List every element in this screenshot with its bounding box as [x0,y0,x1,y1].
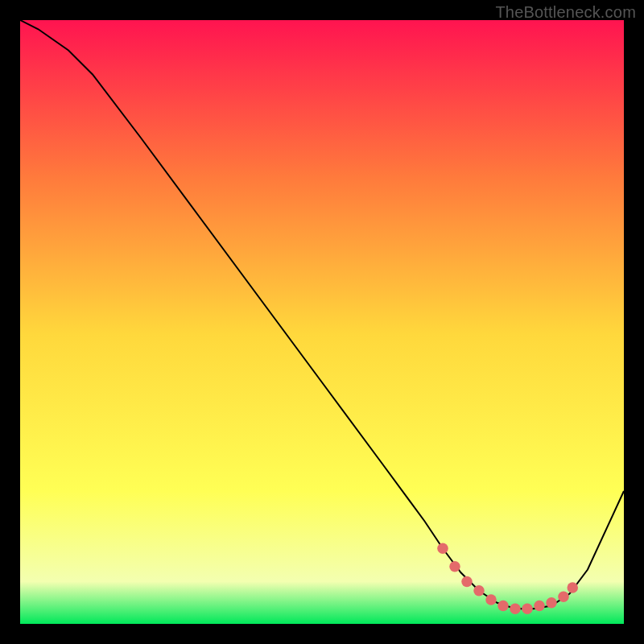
chart-stage: TheBottleneck.com [0,0,644,644]
marker-dot [558,592,569,603]
marker-dot [522,604,533,615]
gradient-background [20,20,624,624]
marker-dot [437,543,448,555]
marker-dot [497,601,509,612]
watermark-text: TheBottleneck.com [495,3,636,22]
marker-dot [546,597,557,609]
marker-dot [461,576,473,588]
marker-dot [449,561,460,572]
marker-dot [534,601,545,612]
marker-dot [473,585,485,597]
marker-dot [568,582,579,593]
marker-dot [510,604,521,615]
marker-dot [485,594,497,605]
bottleneck-plot [20,20,624,624]
